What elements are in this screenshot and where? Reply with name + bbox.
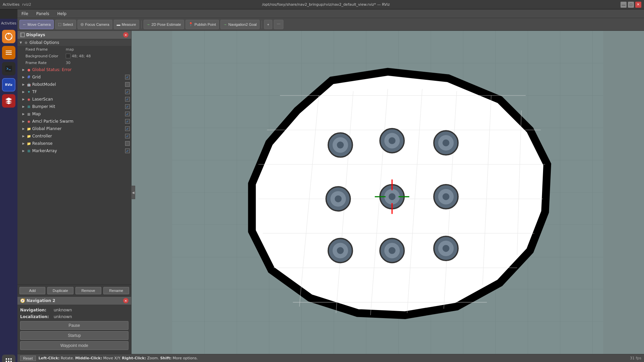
- controller-expand[interactable]: ▶: [21, 134, 25, 138]
- background-color-text: 48; 48; 48: [72, 54, 91, 58]
- global-options-header[interactable]: ▼ ⚙ Global Options: [17, 39, 131, 46]
- remove-display-button[interactable]: Remove: [75, 287, 101, 294]
- svg-point-2: [6, 38, 7, 39]
- select-icon: ⬚: [58, 22, 61, 26]
- realsense-icon: 📁: [26, 141, 31, 146]
- markerarray-checkbox[interactable]: ✓: [125, 148, 130, 153]
- display-item-tf[interactable]: ▶ ✦ TF ✓: [17, 88, 131, 96]
- bumperhit-label: Bumper Hit: [32, 104, 125, 109]
- display-item-robotmodel[interactable]: ▶ 🤖 RobotModel ✓: [17, 81, 131, 88]
- svg-rect-5: [6, 358, 7, 360]
- move-camera-button[interactable]: ↔ Move Camera: [19, 20, 54, 29]
- global-planner-expand[interactable]: ▶: [21, 127, 25, 131]
- display-item-laserscan[interactable]: ▶ ◉ LaserScan ✓: [17, 96, 131, 103]
- select-button[interactable]: ⬚ Select: [55, 20, 76, 29]
- display-item-map[interactable]: ▶ ▦ Map ✓: [17, 110, 131, 118]
- viewport[interactable]: [131, 31, 644, 354]
- minimize-button[interactable]: —: [621, 2, 627, 8]
- laserscan-checkbox[interactable]: ✓: [125, 97, 130, 102]
- map-label: Map: [32, 112, 125, 116]
- markerarray-label: MarkerArray: [32, 148, 125, 153]
- realsense-expand[interactable]: ▶: [21, 141, 25, 145]
- menu-panels[interactable]: Panels: [35, 11, 51, 17]
- amcl-expand[interactable]: ▶: [21, 119, 25, 123]
- main-content: Displays ✕ ▼ ⚙ Global Options Fix: [17, 31, 644, 354]
- frame-rate-value[interactable]: 30: [66, 61, 70, 65]
- controller-checkbox[interactable]: ✓: [125, 134, 130, 138]
- left-panel: Displays ✕ ▼ ⚙ Global Options Fix: [17, 31, 131, 354]
- menu-help[interactable]: Help: [56, 11, 68, 17]
- svg-point-62: [442, 139, 449, 146]
- nav2-goal-button[interactable]: → Navigation2 Goal: [220, 20, 260, 29]
- display-item-controller[interactable]: ▶ 📁 Controller ✓: [17, 132, 131, 140]
- nav2-goal-label: Navigation2 Goal: [228, 22, 257, 26]
- fixed-frame-value[interactable]: map: [66, 47, 74, 52]
- maximize-button[interactable]: □: [628, 2, 634, 8]
- global-status-expand[interactable]: ▶: [21, 68, 25, 72]
- display-item-amcl[interactable]: ▶ ◉ Amcl Particle Swarm ✓: [17, 118, 131, 125]
- status-hint: Left-Click: Rotate. Middle-Click: Move X…: [39, 356, 198, 360]
- rviz-icon[interactable]: RViz: [2, 78, 15, 92]
- displays-panel-header: Displays ✕: [17, 31, 131, 39]
- toolbar-separator-2: [262, 20, 262, 28]
- nav2-panel-header: 🧭 Navigation 2 ✕: [17, 297, 131, 305]
- displays-panel-title: Displays: [20, 33, 45, 37]
- terminal-icon[interactable]: [2, 62, 15, 75]
- reset-button[interactable]: Reset: [20, 356, 36, 361]
- startup-button[interactable]: Startup: [20, 331, 128, 340]
- apps-grid-icon[interactable]: [2, 355, 15, 362]
- global-options-expand[interactable]: ▼: [19, 41, 23, 45]
- tf-checkbox[interactable]: ✓: [125, 89, 130, 94]
- panel-collapse-handle[interactable]: ◀: [131, 186, 135, 199]
- displays-close-button[interactable]: ✕: [123, 32, 128, 38]
- background-color-label: Background Color: [25, 54, 66, 58]
- display-item-markerarray[interactable]: ▶ ⊞ MarkerArray ✓: [17, 147, 131, 155]
- laserscan-expand[interactable]: ▶: [21, 97, 25, 101]
- grid-expand[interactable]: ▶: [21, 75, 25, 79]
- display-item-bumperhit[interactable]: ▶ ⊞ Bumper Hit ✓: [17, 103, 131, 110]
- add-display-button[interactable]: Add: [19, 287, 45, 294]
- duplicate-display-button[interactable]: Duplicate: [47, 287, 73, 294]
- map-expand[interactable]: ▶: [21, 112, 25, 116]
- waypoint-mode-button[interactable]: Waypoint mode: [20, 341, 128, 350]
- layerstack-icon[interactable]: [2, 94, 15, 108]
- global-options-icon: ⚙: [24, 40, 29, 45]
- measure-button[interactable]: ▬ Measure: [114, 20, 139, 29]
- display-item-global-planner[interactable]: ▶ 📁 Global Planner ✓: [17, 125, 131, 132]
- files-icon[interactable]: [2, 46, 15, 59]
- focus-camera-button[interactable]: ◎ Focus Camera: [77, 20, 112, 29]
- bumperhit-expand[interactable]: ▶: [21, 105, 25, 109]
- global-options-label: Global Options: [30, 40, 130, 45]
- menu-file[interactable]: File: [20, 11, 30, 17]
- global-planner-checkbox[interactable]: ✓: [125, 126, 130, 131]
- close-button[interactable]: ✕: [635, 2, 641, 8]
- realsense-checkbox[interactable]: ✓: [125, 141, 130, 146]
- add-tool-button[interactable]: +: [264, 20, 272, 29]
- rename-display-button[interactable]: Rename: [103, 287, 129, 294]
- pose-estimate-button[interactable]: → 2D Pose Estimate: [144, 20, 184, 29]
- markerarray-expand[interactable]: ▶: [21, 149, 25, 153]
- svg-rect-9: [8, 361, 9, 362]
- svg-point-59: [389, 137, 396, 144]
- background-color-value[interactable]: 48; 48; 48: [66, 54, 91, 58]
- tf-expand[interactable]: ▶: [21, 90, 25, 94]
- display-item-grid[interactable]: ▶ # Grid ✓: [17, 73, 131, 81]
- amcl-checkbox[interactable]: ✓: [125, 119, 130, 124]
- viewport-container: ◀: [131, 31, 644, 354]
- robotmodel-expand[interactable]: ▶: [21, 82, 25, 86]
- map-checkbox[interactable]: ✓: [125, 112, 130, 116]
- nav2-panel-icon: 🧭: [20, 298, 25, 303]
- more-options-button[interactable]: ⋯: [274, 20, 283, 29]
- focus-camera-icon: ◎: [80, 22, 84, 26]
- grid-checkbox[interactable]: ✓: [125, 75, 130, 79]
- publish-point-button[interactable]: 📍 Publish Point: [185, 20, 219, 29]
- display-item-realsense[interactable]: ▶ 📁 Realsense ✓: [17, 140, 131, 147]
- ubuntu-icon[interactable]: [2, 30, 15, 43]
- pause-button[interactable]: Pause: [20, 321, 128, 330]
- pose-estimate-icon: →: [147, 22, 150, 26]
- nav2-close-button[interactable]: ✕: [123, 298, 128, 303]
- robotmodel-checkbox[interactable]: ✓: [125, 82, 130, 87]
- display-item-global-status[interactable]: ▶ ● Global Status: Error: [17, 66, 131, 73]
- bumperhit-checkbox[interactable]: ✓: [125, 104, 130, 109]
- realsense-label: Realsense: [32, 141, 125, 146]
